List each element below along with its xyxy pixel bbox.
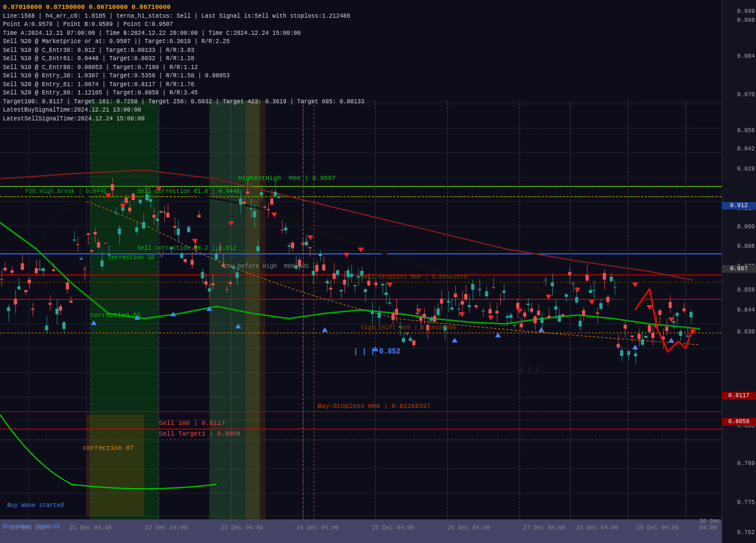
chart-canvas [0,0,756,543]
time-axis: 20 Dec 202421 Dec 04:0022 Dec 04:0023 De… [0,519,756,531]
price-axis: 0.9990.9980.9840.9700.9560.9420.9280.914… [722,0,756,543]
sell-100-label: 0.8117 [722,392,756,400]
chart-container: 0.87010000 0.87190000 0.86710000 0.86710… [0,0,756,543]
current-price-blue: 0.912 [722,202,756,210]
current-bar-price: 0.867 [722,265,756,273]
sell-target-label: 0.8058 [722,418,756,426]
